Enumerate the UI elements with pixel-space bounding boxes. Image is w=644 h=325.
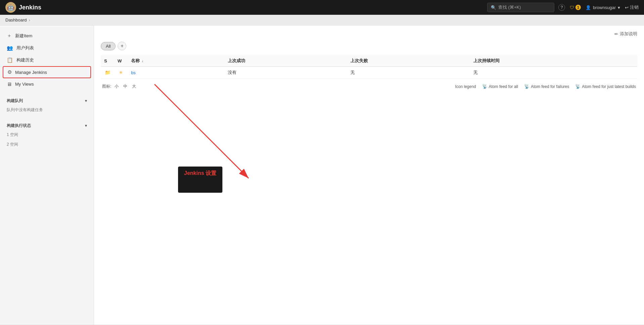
header-name[interactable]: 名称 ↓ xyxy=(128,55,224,67)
build-executor-section[interactable]: 构建执行状态 ▾ xyxy=(0,120,94,130)
header-last-duration: 上次持续时间 xyxy=(470,55,637,67)
cell-last-duration: 无 xyxy=(470,67,637,79)
sidebar-item-manage-jenkins[interactable]: ⚙ Manage Jenkins xyxy=(3,66,91,78)
sidebar-label-user-list: 用户列表 xyxy=(16,45,34,51)
cell-last-success: 没有 xyxy=(224,67,347,79)
security-badge[interactable]: 🛡 1 xyxy=(570,5,581,10)
table-row: 📁 ✳ bs 没有 无 无 xyxy=(101,67,637,79)
logout-icon: ↩ xyxy=(625,5,629,10)
user-icon: 👤 xyxy=(586,5,591,10)
cell-name: bs xyxy=(128,67,224,79)
tab-add[interactable]: + xyxy=(118,42,126,50)
sidebar-item-my-views[interactable]: 🖥 My Views xyxy=(0,78,94,90)
breadcrumb-dashboard[interactable]: Dashboard xyxy=(5,17,27,22)
sidebar-label-my-views: My Views xyxy=(15,82,34,87)
users-icon: 👥 xyxy=(7,45,13,51)
table-footer: 图标: 小 中 大 Icon legend 📡 Atom feed for al… xyxy=(101,83,637,90)
annotation: Jenkins 设置 xyxy=(134,78,275,186)
build-executor-chevron: ▾ xyxy=(85,124,87,128)
user-dropdown-icon: ▾ xyxy=(618,5,620,10)
feed-failures-link[interactable]: 📡 Atom feed for failures xyxy=(524,84,569,89)
search-icon: 🔍 xyxy=(491,5,496,10)
add-description-button[interactable]: ✏ 添加说明 xyxy=(614,31,637,37)
feed-links: Icon legend 📡 Atom feed for all 📡 Atom f… xyxy=(455,84,636,89)
svg-line-1 xyxy=(155,84,249,178)
cell-last-failure: 无 xyxy=(347,67,470,79)
plus-icon: ＋ xyxy=(7,33,12,39)
arrow-svg xyxy=(134,78,275,185)
help-icon[interactable]: ? xyxy=(558,4,565,11)
icon-size-selector: 图标: 小 中 大 xyxy=(102,83,137,90)
sidebar: ＋ 新建Item 👥 用户列表 📋 构建历史 ⚙ Manage Jenkins … xyxy=(0,26,94,325)
table-header-row: S W 名称 ↓ 上次成功 上次失败 上次持续时间 xyxy=(101,55,637,67)
icon-legend-link[interactable]: Icon legend xyxy=(455,84,476,89)
icon-size-large[interactable]: 大 xyxy=(131,83,137,90)
tab-all[interactable]: All xyxy=(101,42,116,50)
views-icon: 🖥 xyxy=(7,81,12,87)
sidebar-item-new-item[interactable]: ＋ 新建Item xyxy=(0,30,94,42)
header-s: S xyxy=(101,55,114,67)
build-queue-chevron: ▾ xyxy=(85,99,87,103)
rss-icon-failures: 📡 xyxy=(524,84,529,89)
build-executor-label: 构建执行状态 xyxy=(7,123,31,129)
pencil-icon: ✏ xyxy=(614,32,618,37)
user-name: brownsugar xyxy=(593,5,616,10)
icon-size-label: 图标: xyxy=(102,84,111,89)
executor-2: 2 空闲 xyxy=(0,140,94,149)
build-queue-label: 构建队列 xyxy=(7,98,23,104)
gear-icon: ⚙ xyxy=(7,69,12,75)
logo-text: Jenkins xyxy=(19,4,41,11)
feed-failures-label: Atom feed for failures xyxy=(531,84,569,89)
main-content: ✏ 添加说明 All + S W 名称 ↓ xyxy=(94,26,644,325)
executor-1: 1 空闲 xyxy=(0,130,94,140)
folder-icon: 📁 xyxy=(105,70,111,75)
header-actions: ? 🛡 1 👤 brownsugar ▾ ↩ 注销 xyxy=(558,4,639,11)
logout-label: 注销 xyxy=(630,4,639,10)
add-desc-label: 添加说明 xyxy=(620,31,637,37)
sidebar-item-build-history[interactable]: 📋 构建历史 xyxy=(0,54,94,66)
job-link[interactable]: bs xyxy=(131,70,136,75)
sidebar-item-user-list[interactable]: 👥 用户列表 xyxy=(0,42,94,54)
build-queue-section[interactable]: 构建队列 ▾ xyxy=(0,95,94,105)
header-w: W xyxy=(114,55,128,67)
cell-s: 📁 xyxy=(101,67,114,79)
header-last-success: 上次成功 xyxy=(224,55,347,67)
feed-latest-link[interactable]: 📡 Atom feed for just latest builds xyxy=(575,84,636,89)
jobs-table: S W 名称 ↓ 上次成功 上次失败 上次持续时间 xyxy=(101,55,637,79)
search-placeholder: 查找 (⌘+K) xyxy=(498,4,521,10)
sort-icon: ↓ xyxy=(142,59,143,63)
breadcrumb-separator: › xyxy=(29,17,30,22)
breadcrumb: Dashboard › xyxy=(0,15,644,26)
sidebar-label-build-history: 构建历史 xyxy=(16,57,34,63)
cell-w: ✳ xyxy=(114,67,128,79)
search-box[interactable]: 🔍 查找 (⌘+K) xyxy=(487,3,554,12)
security-count: 1 xyxy=(575,5,581,10)
feed-all-link[interactable]: 📡 Atom feed for all xyxy=(482,84,518,89)
main-layout: ＋ 新建Item 👥 用户列表 📋 构建历史 ⚙ Manage Jenkins … xyxy=(0,26,644,325)
feed-all-label: Atom feed for all xyxy=(489,84,518,89)
shield-icon: 🛡 xyxy=(570,5,574,10)
user-info[interactable]: 👤 brownsugar ▾ xyxy=(586,5,620,10)
sidebar-label-new-item: 新建Item xyxy=(15,33,32,39)
history-icon: 📋 xyxy=(7,57,13,63)
build-queue-empty: 队列中没有构建任务 xyxy=(0,105,94,115)
logo[interactable]: 🤖 Jenkins xyxy=(5,2,41,13)
header-last-failure: 上次失败 xyxy=(347,55,470,67)
rss-icon-all: 📡 xyxy=(482,84,487,89)
main-toolbar: ✏ 添加说明 xyxy=(101,31,637,37)
jenkins-tooltip: Jenkins 设置 xyxy=(178,167,222,193)
rss-icon-latest: 📡 xyxy=(575,84,581,89)
feed-latest-label: Atom feed for just latest builds xyxy=(582,84,636,89)
jenkins-logo-icon: 🤖 xyxy=(5,2,16,13)
logout-button[interactable]: ↩ 注销 xyxy=(625,4,639,10)
sidebar-label-manage-jenkins: Manage Jenkins xyxy=(15,70,47,75)
icon-size-small[interactable]: 小 xyxy=(113,83,120,90)
spinner-icon: ✳ xyxy=(119,70,123,75)
header: 🤖 Jenkins 🔍 查找 (⌘+K) ? 🛡 1 👤 brownsugar … xyxy=(0,0,644,15)
icon-size-medium[interactable]: 中 xyxy=(122,83,129,90)
view-tabs: All + xyxy=(101,42,637,50)
